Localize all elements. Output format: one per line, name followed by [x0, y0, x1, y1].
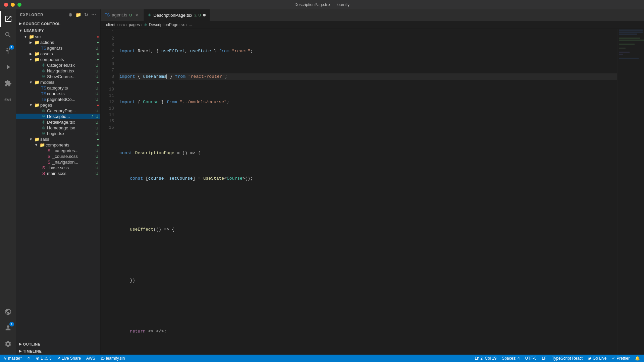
learnify-section[interactable]: ▼ LEARNIFY	[16, 27, 100, 34]
tree-item-homepage[interactable]: ⚛ Homepage.tsx U	[16, 125, 100, 131]
tab-close-button[interactable]: ×	[134, 12, 140, 18]
code-line-12: return <> </>;	[119, 328, 617, 335]
refresh-icon[interactable]: ↻	[84, 12, 89, 17]
tree-item-categories[interactable]: ⚛ Categories.tsx U	[16, 62, 100, 68]
outline-label: OUTLINE	[23, 342, 41, 346]
tab-description-page[interactable]: ⚛ DescriptionPage.tsx 2, U	[144, 9, 210, 21]
close-button[interactable]	[4, 3, 8, 7]
status-go-live[interactable]: ◉ Go Live	[585, 355, 609, 362]
breadcrumb-client[interactable]: client	[106, 22, 115, 27]
status-learnify[interactable]: 🗁 learnify.sln	[98, 355, 127, 362]
tree-item-categorypage[interactable]: ⚛ CategoryPag... U	[16, 108, 100, 114]
git-badge: U	[96, 98, 98, 102]
tree-item-src[interactable]: ▼ 📁 src ●	[16, 34, 100, 40]
tab-label: DescriptionPage.tsx	[154, 13, 193, 18]
status-encoding[interactable]: UTF-8	[523, 355, 539, 362]
title-bar: DescriptionPage.tsx — learnify	[0, 0, 644, 9]
code-line-2: import { useParams } from "react-router"…	[119, 73, 617, 80]
file-label: ShowCourse...	[47, 74, 96, 79]
tree-item-showcourse[interactable]: ⚛ ShowCourse... U	[16, 74, 100, 79]
explorer-activity-icon[interactable]	[0, 11, 16, 27]
status-spaces[interactable]: Spaces: 4	[499, 355, 522, 362]
file-label: Categories.tsx	[47, 63, 96, 68]
prettier-icon: ✓	[612, 356, 615, 361]
tree-item-course-scss[interactable]: S _course.scss U	[16, 154, 100, 159]
new-file-icon[interactable]: ⊕	[68, 12, 73, 17]
outline-section[interactable]: ▶ OUTLINE	[16, 341, 100, 348]
sync-icon: ↻	[27, 356, 31, 361]
settings-activity-icon[interactable]	[0, 336, 16, 352]
tree-item-login[interactable]: ⚛ Login.tsx U	[16, 131, 100, 136]
maximize-button[interactable]	[17, 3, 21, 7]
breadcrumb-src[interactable]: src	[119, 22, 125, 27]
status-language[interactable]: TypeScript React	[549, 355, 585, 362]
expand-icon: ▼	[28, 137, 34, 141]
search-activity-icon[interactable]	[0, 27, 16, 43]
extensions-activity-icon[interactable]	[0, 75, 16, 91]
status-errors[interactable]: ⊗ 1 ⚠ 3	[33, 355, 54, 362]
tree-item-assets[interactable]: ▶ 📁 assets ●	[16, 51, 100, 57]
status-aws[interactable]: AWS	[84, 355, 98, 362]
tree-item-navigation-scss[interactable]: S _navigation... U	[16, 159, 100, 165]
source-control-activity-icon[interactable]: 1	[0, 43, 16, 59]
status-live-share[interactable]: ↗ Live Share	[54, 355, 84, 362]
remote-activity-icon[interactable]	[0, 304, 16, 320]
tree-item-category-ts[interactable]: TS category.ts U	[16, 85, 100, 91]
tree-item-descriptionpage[interactable]: ⚛ Descriptio... 2, U	[16, 114, 100, 119]
tab-agent-ts[interactable]: TS agent.ts U ×	[101, 9, 144, 21]
git-badge: U	[96, 160, 98, 164]
tree-item-base-scss[interactable]: S _base.scss U	[16, 165, 100, 171]
tree-item-detailpage[interactable]: ⚛ DetailPage.tsx U	[16, 119, 100, 125]
new-folder-icon[interactable]: 📁	[75, 12, 82, 17]
status-branch[interactable]: ⑂ master*	[1, 355, 24, 362]
breadcrumb-file[interactable]: DescriptionPage.tsx	[149, 22, 185, 27]
status-eol[interactable]: LF	[539, 355, 549, 362]
timeline-section[interactable]: ▶ TIMELINE	[16, 348, 100, 355]
tree-item-main-scss[interactable]: S main.scss U	[16, 171, 100, 176]
file-label: Login.tsx	[47, 131, 96, 136]
tree-item-sass[interactable]: ▼ 📁 sass ●	[16, 136, 100, 142]
tree-item-models[interactable]: ▼ 📁 models ●	[16, 79, 100, 85]
minimize-button[interactable]	[11, 3, 15, 7]
run-debug-activity-icon[interactable]	[0, 59, 16, 75]
tree-item-pages[interactable]: ▼ 📁 pages ●	[16, 102, 100, 108]
collapse-all-icon[interactable]: ⋯	[91, 12, 96, 17]
tsx-file-icon: ⚛	[40, 63, 47, 68]
change-dot: ●	[97, 52, 99, 56]
tree-item-paginated[interactable]: TS paginatedCo... U	[16, 97, 100, 102]
aws-activity-icon[interactable]: aws	[0, 91, 16, 107]
folder-label: components	[46, 142, 97, 147]
git-badge: 2, U	[92, 115, 98, 119]
file-label: Homepage.tsx	[47, 125, 96, 130]
status-position[interactable]: Ln 2, Col 19	[472, 355, 499, 362]
file-label: _course.scss	[52, 154, 96, 159]
tab-badge: U	[129, 13, 132, 17]
expand-icon: ▶	[28, 41, 34, 44]
tab-label: agent.ts	[112, 12, 127, 17]
status-notifications[interactable]: 🔔	[632, 355, 643, 362]
tree-item-components[interactable]: ▼ 📁 components ●	[16, 57, 100, 62]
tree-item-agent-ts[interactable]: TS agent.ts U	[16, 45, 100, 51]
sidebar-title: EXPLORER	[20, 13, 43, 17]
spaces-label: Spaces: 4	[502, 356, 520, 361]
status-sync[interactable]: ↻	[24, 355, 33, 362]
breadcrumb-more[interactable]: ...	[189, 22, 192, 27]
tree-item-actions[interactable]: ▶ 📁 actions ●	[16, 40, 100, 45]
accounts-activity-icon[interactable]: 1	[0, 320, 16, 336]
tree-item-categories-scss[interactable]: S _categories... U	[16, 148, 100, 154]
code-editor[interactable]: 1 2 3 4 5 6 7 8 9 10 11 12 13 14 15 16	[101, 29, 644, 355]
scss-file-icon: S	[46, 160, 52, 165]
tree-item-course-ts[interactable]: TS course.ts U	[16, 91, 100, 97]
tree-item-navigation[interactable]: ⚛ Navigation.tsx U	[16, 68, 100, 74]
source-control-section[interactable]: ▶ SOURCE CONTROL	[16, 20, 100, 27]
tree-item-sass-components[interactable]: ▼ 📁 components ●	[16, 142, 100, 148]
code-content[interactable]: import React, { useEffect, useState } fr…	[117, 29, 617, 355]
sidebar-header-icons[interactable]: ⊕ 📁 ↻ ⋯	[68, 12, 96, 17]
breadcrumb-pages[interactable]: pages	[129, 22, 140, 27]
file-label: course.ts	[47, 91, 96, 96]
code-line-5: const DescriptionPage = () => {	[119, 150, 617, 156]
code-line-10: })	[119, 277, 617, 284]
status-prettier[interactable]: ✓ Prettier	[609, 355, 632, 362]
live-share-label: Live Share	[62, 356, 81, 361]
window-controls[interactable]	[4, 3, 21, 7]
